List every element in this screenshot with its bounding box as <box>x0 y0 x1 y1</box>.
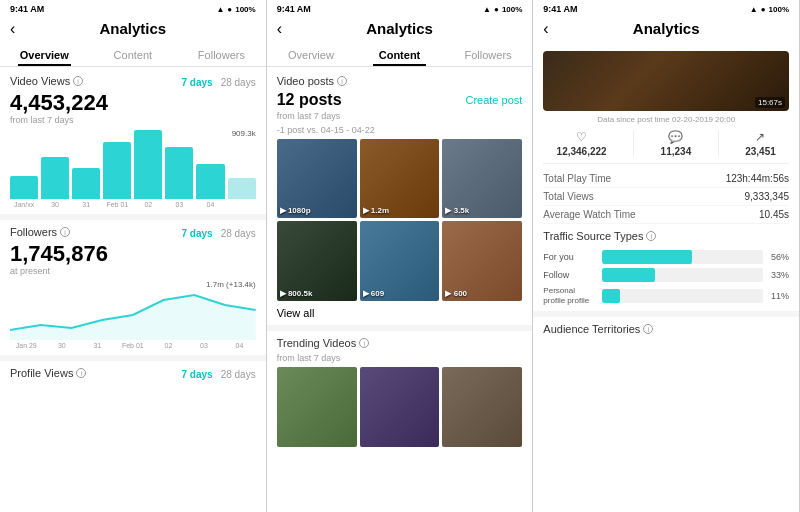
followers-label: Followers i <box>10 226 70 238</box>
playtime-label: Total Play Time <box>543 173 611 184</box>
28days-btn-vv[interactable]: 28 days <box>221 77 256 88</box>
followers-header: Followers i 7 days 28 days <box>10 226 256 240</box>
7days-btn-vv[interactable]: 7 days <box>182 77 213 88</box>
tab-content-2[interactable]: Content <box>355 43 444 66</box>
video-thumb-4[interactable]: ▶ 800.5k <box>277 221 357 301</box>
detail-row-views: Total Views 9,333,345 <box>543 188 789 206</box>
tab-followers-2[interactable]: Followers <box>444 43 533 66</box>
video-thumb-5[interactable]: ▶ 609 <box>360 221 440 301</box>
traffic-item-profile: Personal profile profile 11% <box>543 286 789 305</box>
comments-value: 11,234 <box>661 146 692 157</box>
trending-thumb-2[interactable] <box>360 367 440 447</box>
stats-row: ♡ 12,346,222 💬 11,234 ↗ 23,451 <box>543 130 789 164</box>
signal-icon-2: ● <box>494 5 499 14</box>
status-time-2: 9:41 AM <box>277 4 311 14</box>
battery-label-2: 100% <box>502 5 522 14</box>
video-count-1: ▶ 1080p <box>280 206 311 215</box>
panel-detail: 9:41 AM ▲ ● 100% ‹ Analytics 15:67s Data… <box>533 0 800 512</box>
video-hero[interactable]: 15:67s <box>543 51 789 111</box>
traffic-item-follow: Follow 33% <box>543 268 789 282</box>
info-icon-at[interactable]: i <box>643 324 653 334</box>
posts-count: 12 posts <box>277 91 342 109</box>
peak-label: 909.3k <box>232 129 256 138</box>
video-count-5: ▶ 609 <box>363 289 385 298</box>
trending-thumb-3[interactable] <box>442 367 522 447</box>
panel-overview: 9:41 AM ▲ ● 100% ‹ Analytics Overview Co… <box>0 0 267 512</box>
watchtime-label: Average Watch Time <box>543 209 635 220</box>
detail-content: 15:67s Data since post time 02-20-2019 2… <box>533 43 799 512</box>
shares-value: 23,451 <box>745 146 776 157</box>
info-icon-ts[interactable]: i <box>646 231 656 241</box>
info-icon-pv[interactable]: i <box>76 368 86 378</box>
trending-thumb-1[interactable] <box>277 367 357 447</box>
header-3: ‹ Analytics <box>533 16 799 43</box>
line-x-labels: Jan 29 30 31 Feb 01 02 03 04 <box>10 342 256 349</box>
info-icon-tv[interactable]: i <box>359 338 369 348</box>
status-bar-2: 9:41 AM ▲ ● 100% <box>267 0 533 16</box>
content-panel: Video posts i 12 posts Create post from … <box>267 67 533 512</box>
panel-content: 9:41 AM ▲ ● 100% ‹ Analytics Overview Co… <box>267 0 534 512</box>
video-thumb-1[interactable]: ▶ 1080p <box>277 139 357 219</box>
profile-views-label: Profile Views i <box>10 367 86 379</box>
7days-btn-f[interactable]: 7 days <box>182 228 213 239</box>
create-post-link[interactable]: Create post <box>465 94 522 106</box>
video-grid: ▶ 1080p ▶ 1.2m ▶ 3.5k ▶ 800.5k ▶ 609 ▶ 6… <box>277 139 523 302</box>
tabs-2: Overview Content Followers <box>267 43 533 67</box>
divider-2 <box>0 355 266 361</box>
video-count-3: ▶ 3.5k <box>445 206 469 215</box>
7days-btn-pv[interactable]: 7 days <box>182 369 213 380</box>
back-button-1[interactable]: ‹ <box>10 20 15 38</box>
video-hero-bg <box>543 51 789 111</box>
tab-overview-2[interactable]: Overview <box>267 43 356 66</box>
traffic-bar-follow-bg <box>602 268 763 282</box>
heart-icon: ♡ <box>576 130 587 144</box>
video-thumb-3[interactable]: ▶ 3.5k <box>442 139 522 219</box>
video-thumb-6[interactable]: ▶ 600 <box>442 221 522 301</box>
tab-content-1[interactable]: Content <box>89 43 178 66</box>
detail-row-playtime: Total Play Time 123h:44m:56s <box>543 170 789 188</box>
video-thumb-2[interactable]: ▶ 1.2m <box>360 139 440 219</box>
profile-views-header: Profile Views i 7 days 28 days <box>10 367 256 381</box>
share-icon: ↗ <box>755 130 765 144</box>
divider-4 <box>533 311 799 317</box>
page-title-2: Analytics <box>366 20 433 37</box>
traffic-pct-foryou: 56% <box>767 252 789 262</box>
comment-icon: 💬 <box>668 130 683 144</box>
header-1: ‹ Analytics <box>0 16 266 43</box>
traffic-section: Traffic Source Types i For you 56% Follo… <box>543 230 789 305</box>
back-button-2[interactable]: ‹ <box>277 20 282 38</box>
tab-overview-1[interactable]: Overview <box>0 43 89 66</box>
audience-label: Audience Territories i <box>543 323 789 335</box>
divider-1 <box>0 214 266 220</box>
video-views-header: Video Views i 7 days 28 days <box>10 75 256 89</box>
28days-btn-f[interactable]: 28 days <box>221 228 256 239</box>
time-controls-vv: 7 days 28 days <box>182 77 256 88</box>
detail-row-watchtime: Average Watch Time 10.45s <box>543 206 789 224</box>
stat-sep-2 <box>718 130 719 157</box>
line-chart-svg <box>10 280 256 340</box>
view-all-link[interactable]: View all <box>277 307 523 319</box>
line-peak-label: 1.7m (+13.4k) <box>206 280 256 289</box>
tab-followers-1[interactable]: Followers <box>177 43 266 66</box>
stat-sep-1 <box>633 130 634 157</box>
info-icon-f[interactable]: i <box>60 227 70 237</box>
info-icon-vv[interactable]: i <box>73 76 83 86</box>
page-title-1: Analytics <box>99 20 166 37</box>
post-date: Data since post time 02-20-2019 20:00 <box>543 115 789 124</box>
traffic-item-foryou: For you 56% <box>543 250 789 264</box>
trending-subtext: from last 7 days <box>277 353 523 363</box>
back-button-3[interactable]: ‹ <box>543 20 548 38</box>
posts-subtext2: -1 post vs. 04-15 - 04-22 <box>277 125 523 135</box>
posts-subtext: from last 7 days <box>277 111 523 121</box>
info-icon-vp[interactable]: i <box>337 76 347 86</box>
battery-label-3: 100% <box>769 5 789 14</box>
traffic-bar-profile-bg <box>602 289 763 303</box>
video-views-subtext: from last 7 days <box>10 115 256 125</box>
28days-btn-pv[interactable]: 28 days <box>221 369 256 380</box>
header-2: ‹ Analytics <box>267 16 533 43</box>
traffic-pct-profile: 11% <box>767 291 789 301</box>
time-controls-f: 7 days 28 days <box>182 228 256 239</box>
line-chart: 1.7m (+13.4k) <box>10 280 256 340</box>
video-duration: 15:67s <box>755 97 785 108</box>
traffic-label: Traffic Source Types i <box>543 230 789 242</box>
